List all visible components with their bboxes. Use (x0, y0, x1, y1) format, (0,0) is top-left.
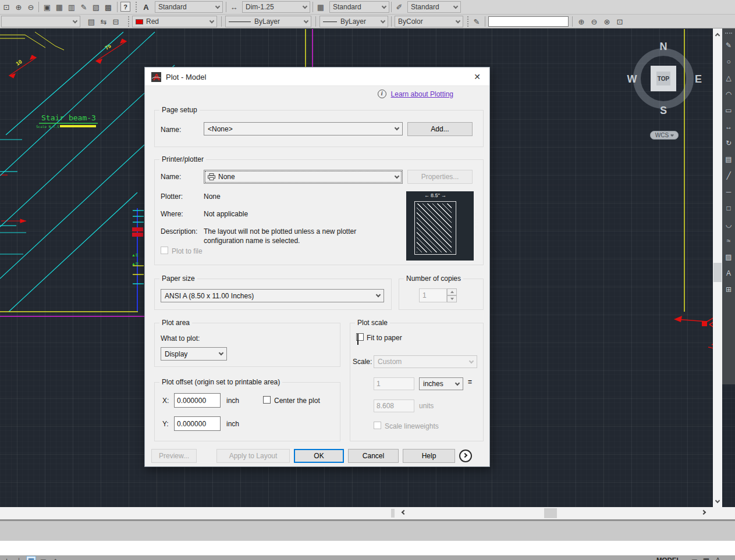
line-tool-icon[interactable]: ╱ (724, 171, 733, 180)
viewcube-west[interactable]: W (627, 73, 637, 85)
viewcube-top-face[interactable]: TOP (651, 66, 676, 91)
minus-box-icon[interactable]: ⊖ (589, 16, 599, 27)
toolbar-grip[interactable] (136, 2, 137, 12)
text-style-icon[interactable]: A (141, 2, 151, 12)
what-to-plot-combo[interactable]: Display (161, 347, 227, 361)
multileader-style-icon[interactable]: ✐ (394, 2, 404, 12)
scale-lineweights-checkbox[interactable] (374, 422, 381, 429)
arc-tool-icon[interactable]: ◠ (724, 90, 733, 99)
table-tool-icon[interactable]: ⊞ (724, 285, 733, 294)
properties-button[interactable]: Properties... (407, 170, 473, 184)
scale-unit-field[interactable] (374, 377, 414, 390)
scale-combo[interactable]: Custom (374, 355, 477, 368)
scroll-left-button[interactable] (398, 508, 407, 518)
scale-unit-combo[interactable]: inches (419, 377, 463, 390)
paper-size-combo[interactable]: ANSI A (8.50 x 11.00 Inches) (161, 289, 384, 302)
more-options-button[interactable] (459, 450, 472, 462)
help-button[interactable]: Help (403, 449, 455, 463)
dim-style-icon[interactable]: ↔ (229, 2, 239, 12)
printer-name-combo[interactable]: None (204, 170, 403, 184)
table-style-combo[interactable]: Standard (329, 1, 389, 13)
add-button[interactable]: Add... (407, 122, 473, 136)
plot-to-file-checkbox[interactable] (161, 247, 168, 254)
scrollbar-grip[interactable] (391, 509, 395, 518)
plus-box-icon[interactable]: ⊕ (576, 16, 587, 27)
ok-button[interactable]: OK (294, 449, 344, 463)
close-icon[interactable]: ✕ (472, 72, 482, 82)
preview-button[interactable]: Preview... (151, 449, 197, 463)
design-center-icon[interactable]: ▦ (54, 2, 65, 12)
infer-toggle-icon[interactable]: + (2, 556, 12, 560)
hatch-tool-icon[interactable]: ▨ (724, 252, 733, 262)
annotation-toggle-icon[interactable]: A (713, 556, 723, 560)
offset-y-field[interactable] (174, 416, 221, 431)
scroll-up-button[interactable] (713, 30, 722, 39)
model-space-label[interactable]: MODEL (656, 557, 681, 560)
cancel-button[interactable]: Cancel (348, 449, 399, 463)
command-input-area[interactable] (0, 541, 735, 555)
x-box-icon[interactable]: ⊗ (602, 16, 612, 27)
apply-to-layout-button[interactable]: Apply to Layout (216, 449, 290, 463)
paper-toggle-icon[interactable]: ▭ (690, 556, 700, 560)
grid2-toggle-icon[interactable]: ▦ (701, 556, 711, 560)
copies-value[interactable]: 1 (419, 288, 447, 302)
viewcube-north[interactable]: N (660, 41, 667, 53)
toolbar-text-field[interactable] (488, 16, 569, 27)
triangle-tool-icon[interactable]: △ (724, 73, 733, 83)
spin-up-icon[interactable] (447, 288, 457, 295)
clipboard-icon[interactable]: ⊡ (615, 16, 625, 27)
spin-down-icon[interactable] (447, 295, 457, 302)
tool-palettes-icon[interactable]: ▥ (66, 2, 77, 12)
linetype-combo[interactable]: ByLayer (225, 16, 311, 27)
toolbar-grip[interactable] (725, 33, 732, 34)
page-setup-name-combo[interactable]: <None> (204, 122, 403, 135)
viewcube-south[interactable]: S (660, 105, 667, 117)
snap-toggle-icon[interactable]: ▭ (38, 556, 48, 560)
learn-about-plotting-link[interactable]: Learn about Plotting (391, 90, 453, 98)
toolbar-grip[interactable] (467, 16, 469, 27)
vertical-scrollbar[interactable] (713, 28, 722, 507)
text-tool-icon[interactable]: A (724, 269, 733, 278)
zoom-out-icon[interactable]: ⊖ (26, 2, 36, 12)
dialog-titlebar[interactable]: Plot - Model ✕ (145, 67, 489, 86)
dash-tool-icon[interactable]: ─ (724, 187, 733, 197)
table-style-icon[interactable]: ▦ (315, 2, 326, 12)
plotstyle-combo[interactable]: ByColor (395, 16, 463, 27)
layer-states-icon[interactable]: ⊟ (111, 16, 121, 27)
scroll-right-button[interactable] (700, 508, 709, 518)
center-the-plot-checkbox[interactable] (263, 396, 271, 404)
command-line-area[interactable] (0, 521, 735, 541)
copies-spinner[interactable]: 1 (419, 288, 457, 302)
viewcube-east[interactable]: E (695, 73, 702, 85)
horizontal-scroll-thumb[interactable] (544, 508, 557, 518)
dim-style-combo[interactable]: Dim-1.25 (242, 1, 310, 13)
layer-combo[interactable] (1, 16, 80, 27)
scroll-down-button[interactable] (713, 497, 722, 506)
pencil-tool-icon[interactable]: ✎ (724, 41, 733, 50)
calculator-icon[interactable]: ▩ (103, 2, 113, 12)
layer-previous-icon[interactable]: ⇆ (98, 16, 109, 27)
multileader-style-combo[interactable]: Standard (407, 1, 461, 13)
layer-properties-icon[interactable]: ▤ (86, 16, 97, 27)
viewcube-wcs-menu[interactable]: WCS (650, 131, 679, 140)
properties-palette-icon[interactable]: ▣ (42, 2, 52, 12)
text-style-combo[interactable]: Standard (155, 1, 223, 13)
ortho-toggle-icon[interactable]: ⊥ (14, 556, 24, 560)
help-icon[interactable]: ? (120, 2, 130, 12)
sheet-set-manager-icon[interactable]: ✎ (79, 2, 89, 12)
circle-tool-icon[interactable]: ○ (724, 57, 733, 66)
layers-stack-icon[interactable]: ▤ (724, 155, 733, 164)
zoom-window-icon[interactable]: ⊡ (1, 2, 12, 12)
lineweight-combo[interactable]: ByLayer (319, 16, 388, 27)
fit-to-paper-checkbox[interactable] (356, 333, 364, 341)
scale-units-field[interactable] (374, 400, 414, 412)
zoom-in-icon[interactable]: ⊕ (13, 2, 24, 12)
osnap-toggle-icon[interactable]: ⌖ (51, 556, 61, 560)
color-combo[interactable]: Red (132, 16, 217, 27)
square-tool-icon[interactable]: □ (724, 204, 733, 213)
arc2-tool-icon[interactable]: ◡ (724, 220, 733, 229)
quick-edit-icon[interactable]: ✎ (471, 16, 482, 27)
grid-toggle-icon[interactable]: ▦ (26, 556, 36, 560)
toolbar-grip[interactable] (128, 16, 130, 27)
move-tool-icon[interactable]: ↔ (724, 122, 733, 131)
